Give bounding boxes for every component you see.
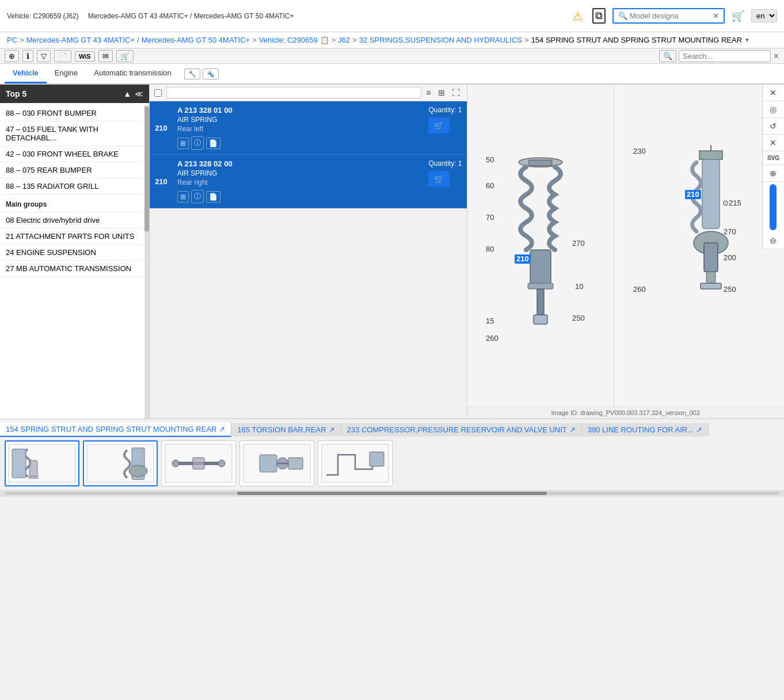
related-thumb-2[interactable] — [161, 440, 236, 486]
breadcrumb-vehicle-link[interactable]: Vehicle: C290659 — [259, 36, 318, 44]
diagram-image-id: Image ID: drawing_PV000.003.317.324_vers… — [467, 406, 785, 419]
svg-rect-20 — [704, 243, 718, 272]
part-info-btn-2[interactable]: ⓘ — [191, 190, 204, 203]
svg-rect-1 — [529, 160, 552, 166]
wis-btn[interactable]: WiS — [75, 51, 95, 62]
svg-text:250: 250 — [572, 314, 585, 322]
part-table-btn-2[interactable]: ⊞ — [177, 191, 189, 203]
svg-text:230: 230 — [633, 147, 646, 155]
model-search-input[interactable] — [630, 12, 710, 20]
alert-button[interactable]: ⚠ — [570, 7, 585, 25]
toolbar-search-btn[interactable]: 🔍 — [659, 50, 676, 62]
part-code-2: A 213 328 02 00 — [177, 159, 419, 168]
sidebar-item-front-bumper[interactable]: 88 – 030 FRONT BUMPER — [0, 105, 149, 121]
tab-engine[interactable]: Engine — [47, 64, 86, 83]
tab-automatic-transmission[interactable]: Automatic transmission — [86, 64, 179, 83]
breadcrumb-model1[interactable]: Mercedes-AMG GT 43 4MATIC+ — [26, 36, 135, 44]
breadcrumb-pc[interactable]: PC — [7, 36, 17, 44]
related-tab-165[interactable]: 165 TORSION BAR,REAR ↗ — [231, 423, 341, 436]
info-btn[interactable]: ℹ — [22, 50, 33, 62]
related-thumb-4[interactable] — [318, 440, 393, 486]
diagram-zoom-slider[interactable] — [770, 184, 777, 230]
cart-add-btn-1[interactable]: 🛒 — [428, 117, 450, 134]
thumb-svg-2 — [164, 443, 233, 484]
part-table-btn-1[interactable]: ⊞ — [177, 138, 189, 149]
tab-icon-btn-1[interactable]: 🔧 — [184, 69, 200, 79]
zoom-in-btn[interactable]: ⊕ — [5, 50, 19, 62]
doc-btn[interactable]: 📄 — [54, 50, 71, 62]
svg-rect-21 — [706, 272, 716, 283]
diagram-zoom-in-btn[interactable]: ⊕ — [763, 165, 784, 182]
group-num: 08 — [6, 216, 16, 225]
parts-expand-btn[interactable]: ⛶ — [450, 87, 462, 98]
diagram-history-btn[interactable]: ↺ — [763, 118, 784, 135]
svg-text:60: 60 — [486, 181, 494, 190]
sidebar-item-fuel-tank[interactable]: 47 – 015 FUEL TANK WITH DETACHABL... — [0, 121, 149, 146]
breadcrumb-springs[interactable]: 32 SPRINGS,SUSPENSION AND HYDRAULICS — [359, 36, 522, 44]
sidebar-item-radiator-grill[interactable]: 88 – 135 RADIATOR GRILL — [0, 178, 149, 195]
diagram-circle-btn[interactable]: ◎ — [763, 101, 784, 118]
vehicle-id: Vehicle: C290659 (J62) — [7, 12, 79, 20]
sidebar-item-rear-bumper[interactable]: 88 – 075 REAR BUMPER — [0, 162, 149, 178]
parts-search-input[interactable] — [166, 87, 421, 98]
sidebar: Top 5 ▲ ≪ 88 – 030 FRONT BUMPER 47 – 015… — [0, 85, 150, 419]
horizontal-scrollbar[interactable] — [0, 490, 784, 497]
parts-list-view-btn[interactable]: ≡ — [424, 87, 433, 98]
related-tab-icon-390: ↗ — [696, 425, 702, 434]
sidebar-group-24[interactable]: 24 ENGINE SUSPENSION — [0, 245, 149, 261]
related-thumb-1b[interactable] — [83, 440, 158, 486]
related-tab-390[interactable]: 390 LINE ROUTING FOR AIR... ↗ — [582, 423, 709, 436]
diagram-cross-btn[interactable]: ✕ — [763, 135, 784, 151]
svg-text:250: 250 — [724, 285, 736, 294]
tab-vehicle[interactable]: Vehicle — [5, 64, 47, 83]
part-row-1[interactable]: 210 A 213 328 01 00 AIR SPRING Rear left… — [150, 101, 467, 155]
sidebar-scrollbar[interactable] — [144, 105, 149, 419]
part-doc-btn-1[interactable]: 📄 — [206, 138, 220, 149]
svg-text:15: 15 — [486, 317, 494, 325]
toolbar-search-clear[interactable]: ✕ — [773, 52, 779, 60]
breadcrumb-dropdown-arrow[interactable]: ▼ — [744, 37, 750, 43]
cart-button[interactable]: 🛒 — [729, 7, 747, 25]
diagram-svg-btn[interactable]: SVG — [763, 151, 784, 165]
diagram-svg-left: 50 60 70 80 15 260 210 270 10 250 — [483, 145, 598, 347]
select-all-checkbox[interactable] — [154, 89, 162, 97]
scrollbar-thumb[interactable] — [237, 492, 547, 495]
part-info-btn-1[interactable]: ⓘ — [191, 136, 204, 150]
toolbar-search-input[interactable] — [679, 50, 771, 62]
sidebar-group-27[interactable]: 27 MB AUTOMATIC TRANSMISSION — [0, 261, 149, 277]
sidebar-close-btn[interactable]: ≪ — [135, 89, 143, 98]
language-select[interactable]: en de fr — [751, 9, 777, 22]
svg-point-41 — [218, 460, 225, 467]
breadcrumb-current-label: 154 SPRING STRUT AND SPRING STRUT MOUNTI… — [531, 36, 742, 44]
related-thumbs — [0, 437, 784, 490]
svg-rect-4 — [537, 289, 544, 318]
related-tab-154[interactable]: 154 SPRING STRUT AND SPRING STRUT MOUNTI… — [0, 423, 231, 437]
part-row-2[interactable]: 210 A 213 328 02 00 AIR SPRING Rear righ… — [150, 155, 467, 208]
breadcrumb-vehicle: Vehicle: C290659 📋 — [259, 36, 329, 44]
tab-icon-btn-2[interactable]: 🔩 — [203, 69, 219, 79]
related-tab-233[interactable]: 233 COMPRESSOR,PRESSURE RESERVOIR AND VA… — [341, 423, 582, 436]
diagram-zoom-out-btn[interactable]: ⊖ — [763, 233, 784, 249]
mail-btn[interactable]: ✉ — [98, 50, 113, 62]
part-code-1: A 213 328 01 00 — [177, 106, 419, 115]
sidebar-collapse-btn[interactable]: ▲ — [123, 89, 131, 98]
copy-button[interactable]: ⧉ — [590, 6, 608, 26]
wis-icon: WiS — [79, 53, 91, 60]
part-details-1: A 213 328 01 00 AIR SPRING Rear left ⊞ ⓘ… — [173, 101, 424, 154]
cart-add-btn-2[interactable]: 🛒 — [428, 171, 450, 187]
filter-btn[interactable]: ▽ — [37, 50, 51, 62]
sidebar-group-21[interactable]: 21 ATTACHMENT PARTS FOR UNITS — [0, 229, 149, 245]
part-doc-btn-2[interactable]: 📄 — [206, 191, 220, 203]
zoom-in-icon: ⊕ — [9, 52, 15, 60]
parts-grid-view-btn[interactable]: ⊞ — [436, 87, 447, 98]
sidebar-group-08[interactable]: 08 Electric drive/hybrid drive — [0, 212, 149, 229]
cart-toolbar-btn[interactable]: 🛒 — [116, 50, 134, 62]
vehicle-copy-icon[interactable]: 📋 — [320, 36, 329, 44]
sidebar-item-front-wheel-brake[interactable]: 42 – 030 FRONT WHEEL BRAKE — [0, 146, 149, 162]
related-thumb-1[interactable] — [5, 440, 79, 486]
diagram-close-btn[interactable]: ✕ — [763, 85, 784, 101]
search-clear-icon[interactable]: ✕ — [713, 12, 719, 20]
breadcrumb-j62[interactable]: J62 — [338, 36, 350, 44]
related-thumb-3[interactable] — [239, 440, 314, 486]
breadcrumb-model2[interactable]: Mercedes-AMG GT 50 4MATIC+ — [142, 36, 250, 44]
